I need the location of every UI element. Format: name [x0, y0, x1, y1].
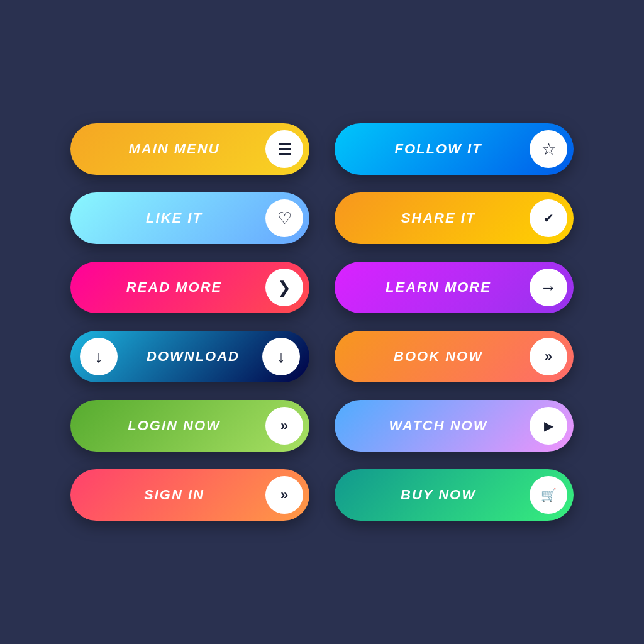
double-arrow-icon: » [530, 338, 567, 375]
book-now-button[interactable]: BOOK NOW » [335, 331, 574, 382]
main-menu-label: MAIN MENU [89, 141, 265, 157]
watch-now-button[interactable]: WATCH NOW ▶ [335, 400, 574, 452]
learn-more-button[interactable]: LEARN MORE → [335, 262, 574, 313]
read-more-label: READ MORE [89, 279, 265, 296]
download-icon-right: ↓ [262, 338, 300, 375]
menu-icon: ☰ [265, 130, 303, 168]
buy-now-label: BUY NOW [353, 487, 530, 503]
learn-more-label: LEARN MORE [353, 279, 530, 296]
share-it-label: SHARE IT [353, 210, 530, 226]
cart-icon: 🛒 [530, 476, 567, 514]
download-label: DOWNLOAD [124, 348, 262, 365]
book-now-label: BOOK NOW [353, 348, 530, 365]
buy-now-button[interactable]: BUY NOW 🛒 [335, 469, 574, 521]
arrow-right-icon: ❯ [265, 269, 303, 306]
sign-in-icon: » [265, 476, 303, 514]
watch-now-label: WATCH NOW [353, 418, 530, 434]
star-icon: ☆ [530, 130, 567, 168]
sign-in-label: SIGN IN [89, 487, 265, 503]
sign-in-button[interactable]: SIGN IN » [70, 469, 309, 521]
arrow-icon: → [530, 269, 567, 306]
share-it-button[interactable]: SHARE IT ✔ [335, 192, 574, 244]
download-button[interactable]: ↓ DOWNLOAD ↓ [70, 331, 309, 382]
read-more-button[interactable]: READ MORE ❯ [70, 262, 309, 313]
heart-icon: ♡ [265, 199, 303, 237]
follow-it-label: FOLLOW IT [353, 141, 530, 157]
like-it-label: LIKE IT [89, 210, 265, 226]
download-icon-left: ↓ [80, 338, 118, 375]
share-icon: ✔ [530, 199, 567, 237]
button-grid: MAIN MENU ☰ FOLLOW IT ☆ LIKE IT ♡ SHARE … [45, 98, 599, 546]
login-icon: » [265, 407, 303, 445]
like-it-button[interactable]: LIKE IT ♡ [70, 192, 309, 244]
main-menu-button[interactable]: MAIN MENU ☰ [70, 123, 309, 175]
play-icon: ▶ [530, 407, 567, 445]
login-now-label: LOGIN NOW [89, 418, 265, 434]
login-now-button[interactable]: LOGIN NOW » [70, 400, 309, 452]
follow-it-button[interactable]: FOLLOW IT ☆ [335, 123, 574, 175]
